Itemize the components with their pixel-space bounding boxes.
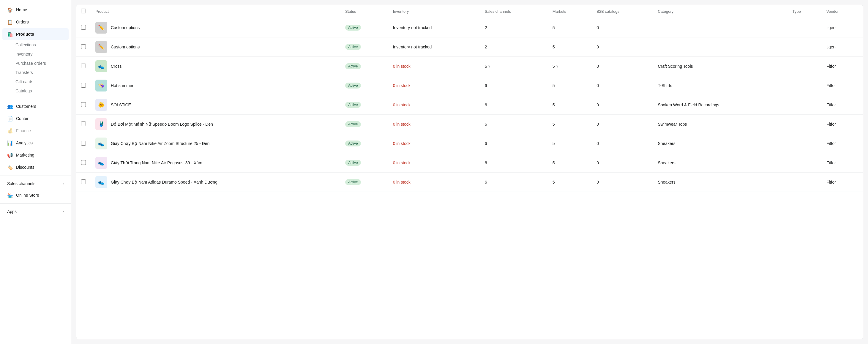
b2b-catalogs-value: 0 xyxy=(596,83,599,88)
row-b2b-catalogs-cell: 0 xyxy=(592,37,653,57)
sidebar-item-analytics[interactable]: 📊 Analytics xyxy=(2,137,69,149)
sidebar-sub-collections[interactable]: Collections xyxy=(2,40,69,49)
table-row: 👒 Hot summer Active0 in stock650T-Shirts… xyxy=(76,76,863,95)
sidebar-sub-transfers[interactable]: Transfers xyxy=(2,68,69,77)
row-checkbox-cell xyxy=(76,76,91,95)
status-badge: Active xyxy=(345,44,361,50)
product-thumbnail: ✏️ xyxy=(95,41,107,53)
sidebar-item-content[interactable]: 📄 Content xyxy=(2,113,69,124)
product-name[interactable]: Giày Chạy Bộ Nam Nike Air Zoom Structure… xyxy=(111,141,210,146)
product-emoji-icon: 👟 xyxy=(98,179,104,185)
finance-icon: 💰 xyxy=(7,128,13,134)
table-header-row: Product Status Inventory Sales channels … xyxy=(76,5,863,18)
product-name[interactable]: Giày Thời Trang Nam Nike Air Pegasus '89… xyxy=(111,160,202,165)
row-markets-cell: 5 xyxy=(548,115,592,134)
markets-value: 5 xyxy=(553,25,555,30)
vendor-value: Fitfor xyxy=(827,102,836,107)
product-name[interactable]: Custom options xyxy=(111,44,140,49)
product-name[interactable]: Hot summer xyxy=(111,83,133,88)
product-name[interactable]: SOLSTiCE xyxy=(111,102,131,107)
products-icon: 🛍️ xyxy=(7,31,13,37)
table-row: 👟 Giày Thời Trang Nam Nike Air Pegasus '… xyxy=(76,153,863,173)
row-checkbox[interactable] xyxy=(81,64,86,68)
row-inventory-cell: 0 in stock xyxy=(388,153,480,173)
product-name[interactable]: Cross xyxy=(111,64,122,69)
category-value: Sneakers xyxy=(658,160,675,165)
row-product-cell: 🌞 SOLSTiCE xyxy=(91,95,340,115)
row-checkbox[interactable] xyxy=(81,141,86,146)
purchase-orders-label: Purchase orders xyxy=(16,61,46,66)
sidebar-item-discounts[interactable]: 🏷️ Discounts xyxy=(2,161,69,173)
b2b-catalogs-value: 0 xyxy=(596,160,599,165)
customers-icon: 👥 xyxy=(7,103,13,109)
table-row: ✏️ Custom options ActiveInventory not tr… xyxy=(76,37,863,57)
row-inventory-cell: Inventory not tracked xyxy=(388,37,480,57)
category-value: Swimwear Tops xyxy=(658,122,687,127)
row-sales-channels-cell: 6 xyxy=(480,173,548,192)
sidebar-sub-gift-cards[interactable]: Gift cards xyxy=(2,77,69,86)
row-checkbox[interactable] xyxy=(81,83,86,88)
sidebar-item-online-store[interactable]: 🏪 Online Store xyxy=(2,189,69,201)
row-checkbox[interactable] xyxy=(81,102,86,107)
inventory-label: Inventory xyxy=(16,52,33,57)
sidebar-item-customers-label: Customers xyxy=(16,104,36,109)
row-checkbox[interactable] xyxy=(81,25,86,30)
row-markets-cell: 5 xyxy=(548,173,592,192)
markets-value: 5 xyxy=(553,160,555,165)
sidebar-sub-catalogs[interactable]: Catalogs xyxy=(2,87,69,95)
category-value: Sneakers xyxy=(658,180,675,185)
b2b-catalogs-value: 0 xyxy=(596,44,599,49)
status-badge: Active xyxy=(345,63,361,69)
row-checkbox-cell xyxy=(76,37,91,57)
row-category-cell: Spoken Word & Field Recordings xyxy=(653,95,787,115)
row-checkbox-cell xyxy=(76,18,91,37)
sidebar-item-marketing[interactable]: 📢 Marketing xyxy=(2,149,69,161)
row-inventory-cell: 0 in stock xyxy=(388,173,480,192)
row-product-cell: 👟 Giày Chạy Bộ Nam Nike Air Zoom Structu… xyxy=(91,134,340,153)
sales-channels-value: 6 xyxy=(485,141,487,146)
sales-channels-dropdown[interactable]: 6 ∨ xyxy=(485,64,543,69)
row-checkbox[interactable] xyxy=(81,122,86,126)
inventory-value: 0 in stock xyxy=(393,160,410,165)
row-product-cell: 👟 Giày Thời Trang Nam Nike Air Pegasus '… xyxy=(91,153,340,173)
header-sales-channels: Sales channels xyxy=(480,5,548,18)
divider-1 xyxy=(0,98,71,98)
row-checkbox[interactable] xyxy=(81,44,86,49)
sales-channels-section[interactable]: Sales channels › xyxy=(2,178,69,189)
row-markets-cell: 5 xyxy=(548,37,592,57)
select-all-checkbox[interactable] xyxy=(81,9,86,13)
sidebar-item-orders[interactable]: 📋 Orders xyxy=(2,16,69,28)
product-thumbnail: 👟 xyxy=(95,157,107,169)
sidebar-item-products[interactable]: 🛍️ Products xyxy=(2,28,69,40)
row-b2b-catalogs-cell: 0 xyxy=(592,115,653,134)
row-type-cell xyxy=(788,95,822,115)
row-checkbox[interactable] xyxy=(81,160,86,165)
status-badge: Active xyxy=(345,83,361,89)
row-product-cell: 👟 Giày Chạy Bộ Nam Adidas Duramo Speed -… xyxy=(91,173,340,192)
content-icon: 📄 xyxy=(7,116,13,122)
row-checkbox[interactable] xyxy=(81,180,86,184)
header-category: Category xyxy=(653,5,787,18)
category-value: Sneakers xyxy=(658,141,675,146)
sidebar-sub-purchase-orders[interactable]: Purchase orders xyxy=(2,59,69,68)
divider-3 xyxy=(0,204,71,204)
sidebar-item-discounts-label: Discounts xyxy=(16,165,34,169)
apps-section[interactable]: Apps › xyxy=(2,206,69,217)
row-inventory-cell: 0 in stock xyxy=(388,134,480,153)
row-product-cell: 👟 Cross xyxy=(91,57,340,76)
sidebar-item-finance[interactable]: 💰 Finance xyxy=(2,125,69,137)
row-sales-channels-cell: 2 xyxy=(480,37,548,57)
row-category-cell: Sneakers xyxy=(653,153,787,173)
row-markets-cell: 5 xyxy=(548,153,592,173)
product-name[interactable]: Custom options xyxy=(111,25,140,30)
row-markets-cell: 5 xyxy=(548,76,592,95)
inventory-value: 0 in stock xyxy=(393,102,410,107)
sidebar-item-home[interactable]: 🏠 Home xyxy=(2,4,69,16)
product-name[interactable]: Giày Chạy Bộ Nam Adidas Duramo Speed - X… xyxy=(111,180,217,185)
sidebar-sub-inventory[interactable]: Inventory xyxy=(2,50,69,59)
product-name[interactable]: Đồ Bơi Một Mảnh Nữ Speedo Boom Logo Spli… xyxy=(111,122,213,127)
sidebar-item-customers[interactable]: 👥 Customers xyxy=(2,100,69,112)
vendor-value: tiger- xyxy=(827,25,836,30)
markets-dropdown[interactable]: 5 ∨ xyxy=(553,64,587,69)
main-content: Product Status Inventory Sales channels … xyxy=(71,0,868,344)
